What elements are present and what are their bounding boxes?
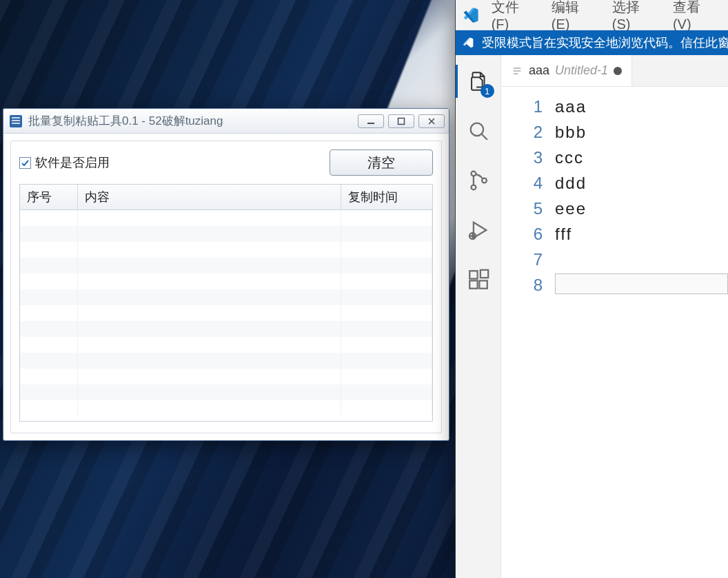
- banner-text: 受限模式旨在实现安全地浏览代码。信任此窗: [482, 34, 728, 51]
- line-number: 7: [501, 247, 543, 272]
- dirty-indicator-icon: [614, 67, 622, 75]
- code-line[interactable]: [555, 272, 728, 298]
- svg-rect-11: [469, 271, 477, 278]
- code-line[interactable]: fff: [555, 221, 728, 247]
- enable-checkbox[interactable]: 软件是否启用: [19, 154, 110, 171]
- tool-body: 软件是否启用 清空 序号 内容 复制时间: [10, 141, 442, 433]
- enable-label: 软件是否启用: [35, 154, 110, 171]
- svg-point-7: [482, 178, 487, 183]
- svg-rect-2: [398, 118, 405, 124]
- editor-column: aaa Untitled-1 12345678 aaabbbcccdddeeef…: [501, 55, 728, 578]
- code-line[interactable]: ccc: [555, 145, 728, 170]
- svg-rect-12: [469, 280, 477, 288]
- inline-input[interactable]: [555, 273, 728, 294]
- menu-bar: 文件(F)编辑(E)选择(S)查看(V): [482, 0, 724, 35]
- shield-icon: [461, 36, 475, 50]
- table-row[interactable]: [20, 210, 432, 226]
- table-row[interactable]: [20, 305, 432, 321]
- code-line[interactable]: aaa: [555, 94, 728, 119]
- search-button[interactable]: [456, 109, 501, 153]
- line-number: 8: [501, 272, 543, 298]
- editor-tab[interactable]: aaa Untitled-1: [501, 55, 632, 86]
- table-row[interactable]: [20, 242, 432, 258]
- titlebar[interactable]: 批量复制粘贴工具0.1 - 52破解tuziang: [3, 109, 449, 134]
- tab-filename: aaa: [529, 63, 549, 78]
- menu-item[interactable]: 选择(S): [603, 0, 663, 35]
- line-number: 2: [501, 119, 543, 145]
- table-row[interactable]: [20, 226, 432, 242]
- svg-point-6: [471, 185, 476, 190]
- minimize-button[interactable]: [358, 114, 384, 128]
- code-content[interactable]: aaabbbcccdddeeefff: [555, 87, 728, 578]
- text-editor[interactable]: 12345678 aaabbbcccdddeeefff: [501, 87, 728, 578]
- col-header-content[interactable]: 内容: [78, 185, 341, 209]
- file-icon: [511, 65, 523, 76]
- line-number: 4: [501, 170, 543, 196]
- tab-untitled-label: Untitled-1: [555, 63, 608, 78]
- menu-item[interactable]: 文件(F): [482, 0, 542, 35]
- run-debug-button[interactable]: [456, 208, 501, 252]
- line-number: 3: [501, 145, 543, 170]
- code-line[interactable]: [555, 247, 728, 272]
- svg-line-4: [481, 134, 487, 140]
- maximize-button[interactable]: [388, 114, 414, 128]
- history-table[interactable]: 序号 内容 复制时间: [19, 184, 433, 422]
- menu-item[interactable]: 查看(V): [663, 0, 724, 35]
- menu-item[interactable]: 编辑(E): [542, 0, 603, 35]
- code-line[interactable]: eee: [555, 196, 728, 221]
- app-icon: [9, 114, 23, 128]
- vscode-window: 文件(F)编辑(E)选择(S)查看(V) 受限模式旨在实现安全地浏览代码。信任此…: [455, 0, 728, 578]
- svg-rect-14: [480, 270, 487, 278]
- table-body[interactable]: [20, 210, 432, 422]
- table-row[interactable]: [20, 321, 432, 337]
- explorer-badge: 1: [481, 84, 494, 98]
- table-row[interactable]: [20, 353, 432, 369]
- table-row[interactable]: [20, 384, 432, 400]
- table-row[interactable]: [20, 258, 432, 273]
- extensions-button[interactable]: [456, 258, 501, 302]
- col-header-time[interactable]: 复制时间: [341, 185, 432, 209]
- restricted-mode-banner[interactable]: 受限模式旨在实现安全地浏览代码。信任此窗: [456, 30, 728, 55]
- checkbox-icon: [19, 157, 31, 169]
- svg-point-3: [470, 123, 483, 136]
- table-row[interactable]: [20, 369, 432, 384]
- source-control-button[interactable]: [456, 158, 501, 203]
- vscode-logo-icon: [460, 3, 482, 27]
- editor-tabs: aaa Untitled-1: [501, 55, 728, 87]
- code-line[interactable]: bbb: [555, 119, 728, 145]
- table-row[interactable]: [20, 289, 432, 305]
- code-line[interactable]: ddd: [555, 170, 728, 196]
- svg-point-5: [471, 172, 476, 176]
- explorer-button[interactable]: 1: [456, 59, 501, 103]
- clipboard-tool-window: 批量复制粘贴工具0.1 - 52破解tuziang 软件是否启用 清空: [3, 108, 449, 441]
- table-row[interactable]: [20, 273, 432, 289]
- line-number: 6: [501, 221, 543, 247]
- clear-button[interactable]: 清空: [330, 149, 433, 176]
- line-number: 5: [501, 196, 543, 221]
- table-row[interactable]: [20, 400, 432, 416]
- table-header: 序号 内容 复制时间: [20, 185, 432, 210]
- vscode-titlebar[interactable]: 文件(F)编辑(E)选择(S)查看(V): [456, 0, 728, 30]
- svg-rect-0: [10, 115, 22, 127]
- line-number: 1: [501, 94, 543, 119]
- window-title: 批量复制粘贴工具0.1 - 52破解tuziang: [28, 113, 358, 129]
- col-header-num[interactable]: 序号: [20, 185, 78, 209]
- activity-bar: 1: [456, 55, 501, 578]
- close-button[interactable]: [418, 114, 445, 128]
- table-row[interactable]: [20, 337, 432, 353]
- line-number-gutter: 12345678: [501, 87, 555, 578]
- svg-rect-13: [479, 280, 487, 288]
